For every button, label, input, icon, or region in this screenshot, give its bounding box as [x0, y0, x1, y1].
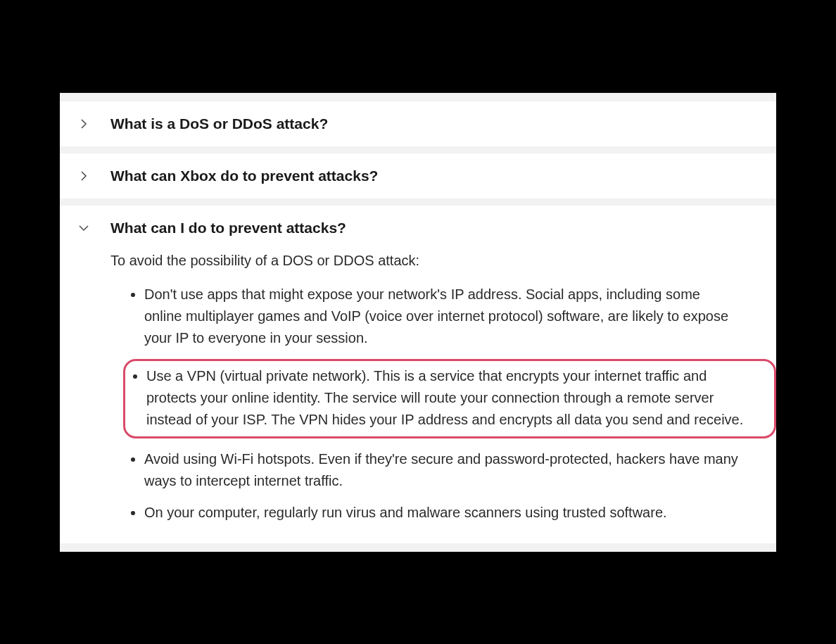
accordion-header-dos-ddos[interactable]: What is a DoS or DDoS attack? [60, 101, 776, 146]
highlighted-item-wrapper: Use a VPN (virtual private network). Thi… [123, 359, 776, 438]
accordion-title: What is a DoS or DDoS attack? [110, 115, 328, 132]
bullet-list: Don't use apps that might expose your ne… [110, 284, 759, 524]
list-item-highlighted: Use a VPN (virtual private network). Thi… [146, 365, 757, 431]
accordion-header-xbox-prevent[interactable]: What can Xbox do to prevent attacks? [60, 153, 776, 198]
chevron-right-icon [77, 169, 91, 183]
accordion-header-user-prevent[interactable]: What can I do to prevent attacks? [60, 206, 776, 251]
list-item: Avoid using Wi-Fi hotspots. Even if they… [144, 448, 759, 492]
accordion-item-dos-ddos: What is a DoS or DDoS attack? [60, 101, 776, 146]
accordion-item-xbox-prevent: What can Xbox do to prevent attacks? [60, 153, 776, 198]
chevron-right-icon [77, 117, 91, 131]
list-item: On your computer, regularly run virus an… [144, 502, 759, 524]
list-item: Don't use apps that might expose your ne… [144, 284, 759, 349]
chevron-down-icon [77, 221, 91, 235]
accordion-content: To avoid the possibility of a DOS or DDO… [60, 251, 776, 543]
accordion-container: What is a DoS or DDoS attack? What can X… [60, 93, 776, 552]
accordion-title: What can I do to prevent attacks? [110, 220, 346, 236]
accordion-item-user-prevent: What can I do to prevent attacks? To avo… [60, 206, 776, 543]
accordion-title: What can Xbox do to prevent attacks? [110, 168, 378, 184]
content-intro: To avoid the possibility of a DOS or DDO… [110, 251, 759, 271]
